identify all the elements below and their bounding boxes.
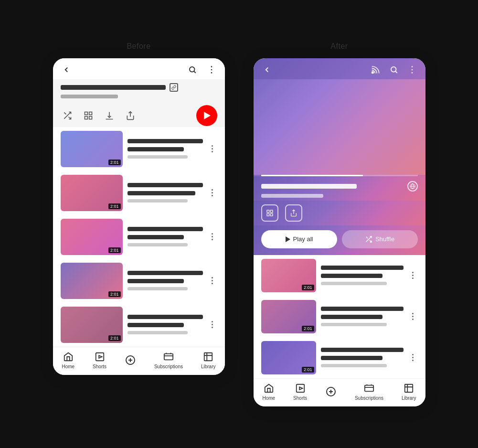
before-phone: 2:01 2:01 (53, 58, 225, 375)
dot (212, 324, 213, 325)
duration-badge: 2:01 (108, 203, 121, 209)
dot (212, 277, 213, 278)
more-options-button[interactable] (208, 232, 217, 242)
meta-line (127, 199, 188, 203)
after-buttons: Play all Shuffle (254, 225, 425, 255)
cast-button[interactable] (370, 64, 382, 75)
more-options-button[interactable] (208, 276, 217, 286)
svg-rect-19 (267, 210, 269, 213)
thumb-wrapper[interactable]: 2:01 (61, 131, 123, 167)
svg-rect-13 (372, 72, 373, 73)
video-item: 2:01 (53, 303, 225, 347)
thumb-wrapper[interactable]: 2:01 (61, 219, 123, 255)
shuffle-icon[interactable] (61, 109, 74, 122)
nav-subscriptions-label: Subscriptions (355, 395, 383, 401)
nav-shorts[interactable]: Shorts (93, 351, 106, 369)
video-item: 2:01 (254, 337, 425, 378)
thumb-wrapper[interactable]: 2:01 (61, 175, 123, 211)
download-icon[interactable] (103, 109, 116, 122)
svg-rect-12 (204, 352, 212, 361)
after-section: After (254, 42, 425, 406)
nav-home-label: Home (62, 364, 74, 369)
shuffle-icon (365, 235, 372, 243)
share-action-icon[interactable] (285, 204, 302, 222)
svg-point-15 (411, 66, 413, 67)
thumb-wrapper[interactable]: 2:01 (261, 300, 316, 333)
nav-library-label: Library (402, 395, 416, 401)
title-line-2 (321, 315, 383, 319)
play-all-label: Play all (293, 235, 313, 243)
svg-rect-27 (405, 384, 413, 392)
thumb-wrapper[interactable]: 2:01 (61, 307, 123, 343)
more-options-button[interactable] (208, 320, 217, 330)
video-info (127, 271, 203, 290)
svg-point-17 (411, 72, 413, 73)
play-button[interactable] (196, 105, 217, 126)
nav-library[interactable]: Library (402, 383, 416, 401)
back-button[interactable] (61, 64, 72, 75)
nav-subscriptions[interactable]: Subscriptions (355, 383, 383, 401)
meta-line (127, 287, 188, 290)
hero-video[interactable] (254, 79, 425, 175)
back-button[interactable] (261, 64, 273, 75)
shuffle-label: Shuffle (375, 235, 394, 243)
more-options-button[interactable] (208, 188, 217, 198)
title-line (127, 183, 203, 187)
shuffle-button[interactable]: Shuffle (342, 230, 418, 248)
search-button[interactable] (187, 64, 198, 75)
dot (412, 357, 414, 358)
thumb-wrapper[interactable]: 2:01 (61, 263, 123, 299)
more-button[interactable] (206, 64, 217, 75)
nav-home[interactable]: Home (262, 383, 275, 401)
after-top-area: Play all Shuffle (254, 58, 425, 255)
before-title-line (61, 85, 166, 90)
nav-subscriptions[interactable]: Subscriptions (154, 351, 183, 369)
play-all-button[interactable]: Play all (261, 230, 337, 248)
nav-shorts[interactable]: Shorts (293, 383, 307, 401)
nav-home[interactable]: Home (62, 351, 74, 369)
more-options-button[interactable] (408, 353, 418, 363)
svg-rect-6 (85, 116, 87, 119)
video-item: 2:01 (254, 255, 425, 296)
nav-create[interactable] (325, 386, 337, 397)
more-button[interactable] (406, 64, 418, 75)
dot (412, 313, 414, 314)
title-line-2 (127, 235, 184, 239)
title-line (127, 271, 203, 275)
nav-library-label: Library (201, 364, 216, 369)
title-line (321, 348, 404, 352)
before-playlist-header (53, 79, 225, 104)
dot (412, 354, 414, 355)
more-options-button[interactable] (208, 144, 217, 154)
after-phone: Play all Shuffle 2:01 (254, 58, 425, 406)
svg-rect-5 (89, 112, 92, 115)
after-title-bar (261, 181, 418, 192)
shorts-icon (295, 383, 306, 394)
search-button[interactable] (388, 64, 400, 75)
nav-create[interactable] (125, 354, 136, 366)
home-icon (263, 383, 275, 394)
grid-icon[interactable] (82, 109, 95, 122)
svg-point-0 (190, 67, 195, 72)
video-info (321, 348, 404, 367)
meta-line (321, 282, 387, 285)
before-action-bar (53, 104, 225, 127)
subscriptions-icon (363, 383, 375, 394)
nav-library[interactable]: Library (201, 351, 216, 369)
dot (212, 195, 213, 196)
duration-badge: 2:01 (108, 160, 121, 165)
more-options-button[interactable] (408, 271, 418, 280)
play-triangle-icon (204, 112, 211, 119)
thumb-wrapper[interactable]: 2:01 (261, 259, 316, 292)
more-options-button[interactable] (408, 312, 418, 321)
home-icon (63, 351, 74, 363)
before-sub-line (61, 95, 118, 98)
share-icon[interactable] (124, 109, 137, 122)
video-item: 2:01 (53, 127, 225, 171)
thumb-wrapper[interactable]: 2:01 (261, 341, 316, 374)
video-info (127, 139, 203, 159)
link-icon (170, 83, 178, 92)
library-icon (202, 351, 214, 363)
grid-action-icon[interactable] (261, 204, 278, 222)
duration-badge: 2:01 (108, 291, 121, 297)
